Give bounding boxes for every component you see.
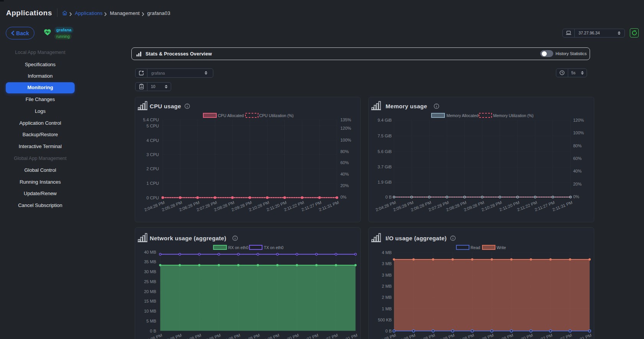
svg-text:2 MB: 2 MB — [382, 295, 392, 300]
svg-text:0 B: 0 B — [385, 329, 392, 333]
svg-text:1 CPU: 1 CPU — [147, 181, 159, 186]
svg-text:TX on eth0: TX on eth0 — [264, 245, 284, 250]
svg-text:0%: 0% — [573, 194, 579, 199]
svg-text:80%: 80% — [340, 149, 349, 154]
svg-text:20%: 20% — [340, 183, 349, 188]
svg-text:Memory Utilization (%): Memory Utilization (%) — [493, 113, 534, 118]
svg-text:120%: 120% — [573, 118, 584, 122]
svg-text:5.4 CPU: 5.4 CPU — [143, 117, 159, 122]
svg-text:3 CPU: 3 CPU — [147, 152, 159, 157]
svg-text:Memory Allocated: Memory Allocated — [446, 113, 479, 118]
svg-text:40 MB: 40 MB — [144, 250, 156, 254]
svg-text:CPU usage: CPU usage — [150, 103, 181, 109]
svg-text:2 CPU: 2 CPU — [147, 166, 159, 171]
svg-text:5 CPU: 5 CPU — [147, 124, 159, 128]
svg-text:0 B: 0 B — [150, 329, 156, 333]
svg-text:CPU Allocated: CPU Allocated — [218, 113, 244, 118]
svg-text:Write: Write — [497, 245, 506, 250]
svg-text:CPU Utilization (%): CPU Utilization (%) — [259, 113, 294, 118]
svg-text:Network usage (aggregate): Network usage (aggregate) — [150, 235, 226, 241]
svg-text:3 MB: 3 MB — [382, 273, 392, 277]
svg-text:15 MB: 15 MB — [144, 299, 156, 303]
svg-text:3.7 GiB: 3.7 GiB — [378, 165, 392, 169]
svg-text:80%: 80% — [573, 143, 582, 148]
svg-text:60%: 60% — [340, 160, 349, 165]
svg-text:25 MB: 25 MB — [144, 279, 156, 284]
svg-text:I/O usage (aggregate): I/O usage (aggregate) — [386, 235, 447, 241]
svg-text:100%: 100% — [340, 138, 351, 142]
svg-text:7.5 GiB: 7.5 GiB — [378, 134, 392, 138]
svg-text:4 MB: 4 MB — [382, 250, 392, 255]
svg-text:30 MB: 30 MB — [144, 269, 156, 274]
svg-text:RX on eth0: RX on eth0 — [228, 245, 248, 250]
svg-text:500 KB: 500 KB — [378, 318, 392, 322]
svg-text:100%: 100% — [573, 130, 584, 135]
svg-text:1 MB: 1 MB — [382, 306, 392, 311]
svg-text:0 B: 0 B — [385, 195, 392, 199]
svg-text:40%: 40% — [340, 172, 349, 176]
svg-text:10 MB: 10 MB — [144, 309, 156, 313]
svg-text:120%: 120% — [340, 126, 351, 130]
svg-text:35 MB: 35 MB — [144, 259, 156, 264]
svg-text:40%: 40% — [573, 169, 582, 173]
svg-text:0%: 0% — [340, 195, 347, 199]
svg-text:135%: 135% — [340, 117, 351, 122]
svg-text:2 MB: 2 MB — [382, 284, 392, 288]
svg-text:1.9 GiB: 1.9 GiB — [378, 180, 392, 184]
svg-text:0 CPU: 0 CPU — [147, 196, 159, 200]
svg-text:Memory usage: Memory usage — [386, 103, 427, 109]
svg-text:3 MB: 3 MB — [382, 261, 392, 266]
svg-text:5.6 GiB: 5.6 GiB — [378, 149, 392, 154]
svg-text:Read: Read — [471, 245, 480, 250]
svg-text:4 CPU: 4 CPU — [147, 138, 159, 143]
svg-text:20%: 20% — [573, 182, 582, 186]
svg-text:5 MB: 5 MB — [146, 319, 156, 323]
svg-text:60%: 60% — [573, 156, 582, 161]
svg-text:9.4 GiB: 9.4 GiB — [378, 118, 392, 122]
svg-text:20 MB: 20 MB — [144, 289, 156, 294]
